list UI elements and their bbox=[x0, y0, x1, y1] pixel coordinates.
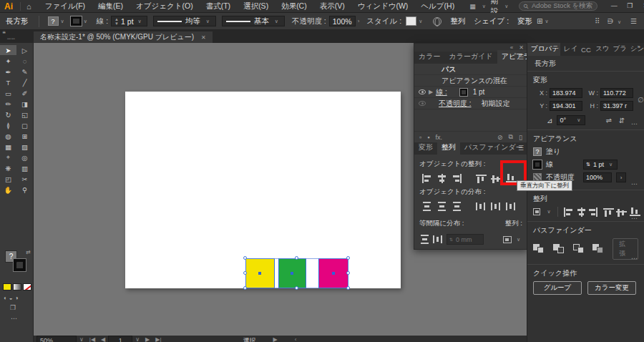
color-button[interactable] bbox=[3, 283, 11, 290]
stroke-color-swatch[interactable] bbox=[460, 89, 467, 96]
shaper-tool[interactable]: ✏ bbox=[0, 99, 16, 109]
draw-behind-icon[interactable]: ◒ bbox=[9, 295, 13, 301]
more-options-icon[interactable]: ⋯ bbox=[631, 120, 638, 127]
width-profile-dropdown[interactable]: 均等 ∨ bbox=[153, 16, 216, 26]
hand-tool[interactable]: ✋ bbox=[0, 185, 16, 195]
group-button[interactable]: グループ bbox=[533, 281, 582, 295]
chevron-down-icon[interactable]: ∨ bbox=[136, 19, 144, 24]
style-swatch[interactable] bbox=[406, 16, 416, 26]
opacity-row[interactable]: 不透明度 : 初期設定 bbox=[414, 98, 527, 109]
previous-artboard-icon[interactable]: ◀ bbox=[98, 336, 108, 342]
pathfinder-minus-front[interactable] bbox=[553, 244, 565, 254]
arrange-documents-icon[interactable]: ▦ bbox=[462, 3, 479, 10]
menu-item[interactable]: オブジェクト(O) bbox=[130, 1, 200, 11]
dock-tab-レイ[interactable]: レイ bbox=[560, 43, 577, 56]
chevron-down-icon[interactable]: ∨ bbox=[204, 19, 212, 24]
document-tab[interactable]: 名称未設定-1* @ 50% (CMYK/GPU プレビュー) ✕ bbox=[34, 31, 213, 43]
close-tab-icon[interactable]: ✕ bbox=[201, 34, 206, 41]
chevron-down-icon[interactable]: ∨ bbox=[132, 336, 142, 342]
x-field[interactable]: 183.974 bbox=[550, 88, 582, 98]
align-horizontal-left[interactable] bbox=[421, 174, 432, 183]
dock-tab-シン[interactable]: シン bbox=[627, 43, 644, 56]
clear-appearance-icon[interactable]: ⊘ bbox=[497, 134, 503, 141]
dock-tab-ブラ[interactable]: ブラ bbox=[609, 43, 626, 56]
new-fill-icon[interactable]: ▪ bbox=[427, 134, 429, 141]
line-segment-tool[interactable]: ╱ bbox=[16, 77, 33, 87]
edit-toolbar-icon[interactable]: ⋯ bbox=[11, 315, 18, 322]
transform-link[interactable]: 変形 bbox=[517, 16, 532, 26]
align-horizontal-left[interactable] bbox=[419, 172, 434, 185]
fill-swatch[interactable]: ? bbox=[533, 147, 542, 156]
chevron-down-icon[interactable]: ∨ bbox=[575, 117, 582, 123]
direct-selection-tool[interactable]: ▷ bbox=[16, 45, 33, 55]
chevron-down-icon[interactable]: ∨ bbox=[416, 19, 424, 24]
eyedropper-tool[interactable]: ⌖ bbox=[0, 152, 16, 162]
scale-tool[interactable]: ◱ bbox=[16, 109, 33, 119]
type-tool[interactable]: T bbox=[0, 77, 16, 87]
selection-handle[interactable] bbox=[346, 286, 350, 290]
new-stroke-icon[interactable]: ▫ bbox=[419, 134, 421, 141]
dock-tab-スウ[interactable]: スウ bbox=[592, 43, 609, 56]
curvature-tool[interactable]: ✎ bbox=[16, 67, 33, 77]
selection-handle[interactable] bbox=[346, 271, 350, 275]
menu-item[interactable]: ヘルプ(H) bbox=[414, 1, 461, 11]
opacity-field[interactable]: 100% bbox=[583, 172, 612, 182]
align-to-artboard-icon[interactable] bbox=[533, 208, 540, 215]
align-horizontal-center[interactable] bbox=[434, 172, 449, 185]
close-button[interactable]: ✕ bbox=[638, 0, 644, 12]
zoom-tool[interactable]: ⚲ bbox=[16, 185, 33, 195]
distribute-horizontal-right[interactable] bbox=[504, 200, 519, 213]
home-icon[interactable]: ⌂ bbox=[20, 2, 37, 11]
tab-パスファインダー[interactable]: パスファインダー bbox=[460, 141, 527, 155]
first-artboard-icon[interactable]: |◀ bbox=[87, 336, 98, 342]
restore-button[interactable]: ❐ bbox=[622, 0, 638, 12]
eraser-tool[interactable]: ◨ bbox=[16, 99, 33, 109]
panel-menu-icon[interactable]: ☰ bbox=[518, 145, 524, 152]
flip-vertical-icon[interactable]: ⇵ bbox=[619, 117, 625, 124]
stroke-width-stepper[interactable]: ⇅ 1 pt ∨ bbox=[583, 160, 618, 170]
fill-swatch[interactable]: ? bbox=[48, 16, 59, 26]
status-expand-icon[interactable]: ▶ bbox=[273, 336, 278, 342]
chevron-down-icon[interactable]: ∨ bbox=[514, 237, 522, 243]
menu-item[interactable]: ウィンドウ(W) bbox=[351, 1, 415, 11]
rectangle-tool[interactable]: ▭ bbox=[0, 88, 16, 98]
shape-builder-tool[interactable]: ◍ bbox=[0, 131, 16, 141]
pathfinder-intersect[interactable] bbox=[573, 244, 585, 254]
next-artboard-icon[interactable]: ▶ bbox=[142, 336, 152, 342]
stroke-link[interactable]: 線 : bbox=[436, 87, 447, 97]
align-horizontal-right[interactable] bbox=[590, 207, 598, 217]
selection-handle[interactable] bbox=[243, 256, 247, 260]
distribute-horizontal-left[interactable] bbox=[474, 200, 489, 213]
spacing-value-field[interactable]: ⇅ 0 mm bbox=[447, 234, 484, 245]
dock-panel-icon[interactable]: ⋻ ∨ bbox=[607, 17, 623, 25]
tab-変形[interactable]: 変形 bbox=[414, 141, 437, 155]
distribute-horizontal-center[interactable] bbox=[491, 202, 502, 211]
align-horizontal-center[interactable] bbox=[576, 207, 585, 217]
align-horizontal-center[interactable] bbox=[436, 174, 447, 183]
more-options-icon[interactable]: ⋯ bbox=[631, 255, 638, 262]
paintbrush-tool[interactable]: ✐ bbox=[16, 88, 33, 98]
pathfinder-unite[interactable] bbox=[533, 244, 545, 254]
chevron-down-icon[interactable]: ∨ bbox=[607, 162, 615, 167]
align-vertical-top[interactable] bbox=[474, 172, 489, 185]
chevron-down-icon[interactable]: ∨ bbox=[82, 19, 89, 24]
y-field[interactable]: 194.301 bbox=[550, 101, 582, 111]
draw-inside-icon[interactable]: ◑ bbox=[15, 295, 19, 301]
delete-item-icon[interactable]: ▯ bbox=[519, 134, 522, 141]
distribute-vertical-bottom[interactable] bbox=[452, 202, 462, 211]
opacity-field[interactable]: 100% bbox=[329, 16, 356, 26]
pen-tool[interactable]: ✒ bbox=[0, 67, 16, 77]
w-field[interactable]: 110.772 bbox=[600, 88, 633, 98]
selection-handle[interactable] bbox=[243, 271, 247, 275]
collapse-marks-icon[interactable]: ❝ bbox=[2, 30, 6, 37]
align-vertical-top[interactable] bbox=[603, 207, 612, 217]
align-horizontal-right[interactable] bbox=[449, 172, 464, 185]
stroke-width-stepper[interactable]: ▲▼ 1 pt ∨ bbox=[111, 16, 147, 26]
pathfinder-exclude[interactable] bbox=[592, 244, 604, 254]
artboard-tool[interactable]: ◰ bbox=[0, 174, 16, 184]
chevron-down-icon[interactable]: ∨ bbox=[273, 19, 280, 24]
menu-item[interactable]: ファイル(F) bbox=[39, 1, 92, 11]
mesh-tool[interactable]: ▦ bbox=[0, 142, 16, 152]
selection-tool[interactable]: ➤ bbox=[0, 45, 16, 55]
tab-カラー[interactable]: カラー bbox=[414, 50, 444, 64]
